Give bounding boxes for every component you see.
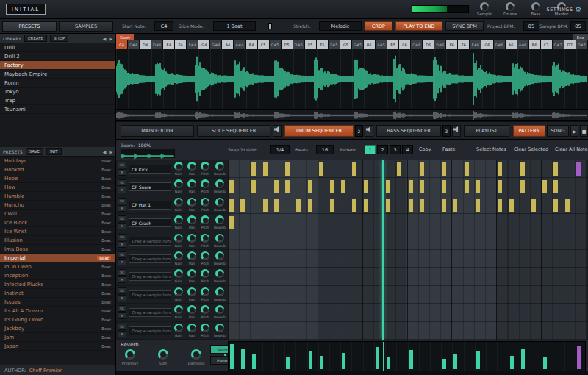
library-item[interactable]: Tokyo (0, 88, 115, 96)
pattern-mode-button[interactable]: PATTERN (513, 125, 545, 137)
velocity-bar[interactable] (476, 351, 480, 369)
velocity-bar[interactable] (286, 357, 290, 369)
mute-button[interactable]: M (118, 241, 126, 248)
pattern-select-button[interactable]: 3 (390, 145, 401, 154)
slice-note-cell[interactable]: C4 (116, 40, 128, 49)
slice-note-cell[interactable]: A#5 (376, 40, 387, 49)
gain-knob[interactable] (174, 305, 183, 314)
velocity-bar[interactable] (309, 351, 312, 369)
library-item[interactable]: Maybach Empire (0, 70, 115, 79)
preset-item[interactable]: Instinct Beat (0, 289, 115, 298)
slice-note-cell[interactable]: C#7 (553, 40, 564, 49)
sequencer-note[interactable] (420, 180, 424, 193)
slice-note-cell[interactable]: A4 (222, 40, 234, 49)
sequencer-note[interactable] (409, 199, 413, 212)
preset-item[interactable]: Humble Beat (0, 192, 115, 201)
slice-note-cell[interactable]: C7 (541, 40, 553, 49)
sequencer-note[interactable] (364, 199, 368, 212)
sequencer-note[interactable] (498, 199, 502, 212)
preset-item[interactable]: Its Going Down Beat (0, 315, 115, 324)
slice-note-cell[interactable]: A#4 (234, 40, 245, 49)
slice-note-cell[interactable]: G4 (198, 40, 210, 49)
library-item[interactable]: Ronin (0, 79, 115, 88)
pan-knob[interactable] (187, 324, 196, 332)
velocity-bar[interactable] (543, 357, 547, 369)
pitch-knob[interactable] (201, 179, 209, 188)
sequencer-note[interactable] (553, 199, 558, 212)
clear-selected-button[interactable]: Clear Selected (514, 145, 548, 154)
drum-speaker-icon[interactable] (365, 125, 373, 137)
slice-note-cell[interactable]: G5 (340, 40, 352, 49)
pan-knob[interactable] (187, 215, 196, 224)
sequencer-note[interactable] (509, 199, 514, 212)
slice-note-cell[interactable]: G#6 (494, 40, 506, 49)
waveform-overview[interactable] (116, 109, 588, 121)
mute-button[interactable]: M (118, 259, 126, 265)
slice-note-cell[interactable]: D7 (564, 40, 576, 49)
velocity-bar[interactable] (409, 350, 413, 369)
sequencer-note[interactable] (520, 180, 525, 193)
reverb-send-knob[interactable] (215, 288, 224, 296)
sequencer-note[interactable] (542, 180, 547, 193)
gain-knob[interactable] (174, 215, 183, 224)
solo-cut-button[interactable]: SC (118, 234, 126, 240)
sequencer-note[interactable] (565, 199, 570, 212)
tab-presets[interactable]: PRESETS (2, 21, 57, 32)
pitch-knob[interactable] (201, 305, 209, 314)
library-item[interactable]: Factory (0, 61, 115, 70)
pitch-knob[interactable] (201, 251, 209, 260)
reverb-param-knob[interactable] (191, 349, 201, 360)
top-knob[interactable]: Drums (501, 1, 520, 16)
slice-mode-value[interactable]: 1 Beat (213, 21, 256, 31)
next-page-icon[interactable]: ▶ (109, 36, 112, 41)
pitch-knob[interactable] (201, 198, 209, 207)
mute-button[interactable]: M (118, 187, 126, 193)
slice-note-cell[interactable]: E5 (305, 40, 317, 49)
waveform-display[interactable] (116, 49, 588, 109)
sequencer-note[interactable] (420, 162, 424, 176)
slice-note-cell[interactable]: G6 (481, 40, 493, 49)
song-mode-button[interactable]: SONG (547, 125, 569, 137)
library-item[interactable]: Trap (0, 96, 115, 105)
sequencer-note[interactable] (553, 162, 558, 176)
sequencer-note[interactable] (341, 180, 345, 193)
crop-button[interactable]: CROP (365, 21, 392, 31)
slider-handle[interactable] (268, 23, 272, 29)
sequencer-note[interactable] (465, 180, 469, 193)
pattern-select-button[interactable]: 4 (402, 145, 413, 154)
solo-cut-button[interactable]: SC (118, 288, 126, 294)
sequencer-note[interactable] (251, 180, 256, 193)
solo-cut-button[interactable]: SC (118, 198, 126, 204)
knob-icon[interactable] (480, 2, 489, 11)
pan-knob[interactable] (187, 179, 196, 188)
slice-note-cell[interactable]: D5 (282, 40, 293, 49)
gain-knob[interactable] (174, 162, 183, 171)
sequencer-note[interactable] (296, 199, 301, 212)
solo-cut-button[interactable]: SC (118, 215, 126, 222)
sample-bpm-value[interactable]: 85 (570, 21, 586, 31)
preset-item[interactable]: How Beat (0, 183, 115, 192)
sequencer-note[interactable] (453, 199, 457, 212)
sample-name-field[interactable]: CP Kick (129, 165, 171, 174)
velocity-bar[interactable] (241, 349, 245, 369)
reverb-knob-group[interactable]: Damping (185, 349, 207, 365)
slice-note-cell[interactable]: A#6 (517, 40, 529, 49)
slice-note-cell[interactable]: D#7 (576, 40, 588, 49)
preset-item[interactable]: Ima Boss Beat (0, 245, 115, 254)
velocity-lane[interactable] (228, 341, 586, 371)
slice-note-cell[interactable]: A5 (364, 40, 376, 49)
slice-note-cell[interactable]: B4 (246, 40, 258, 49)
gain-knob[interactable] (174, 179, 183, 188)
sequencer-note[interactable] (364, 180, 368, 193)
slice-note-cell[interactable]: D#6 (434, 40, 446, 49)
preset-item[interactable]: Holidays Beat (0, 157, 115, 165)
preset-item[interactable]: I Will Beat (0, 210, 115, 218)
slice-note-cell[interactable]: E6 (446, 40, 458, 49)
sequencer-note[interactable] (308, 180, 312, 193)
drum-count-box[interactable]: 2 (355, 125, 363, 137)
next-preset-icon[interactable]: ▶ (109, 149, 112, 154)
slice-note-cell[interactable]: F#6 (470, 40, 481, 49)
sequencer-note[interactable] (476, 180, 480, 193)
mute-button[interactable]: M (118, 205, 126, 212)
preset-item[interactable]: Jam Beat (0, 333, 115, 342)
